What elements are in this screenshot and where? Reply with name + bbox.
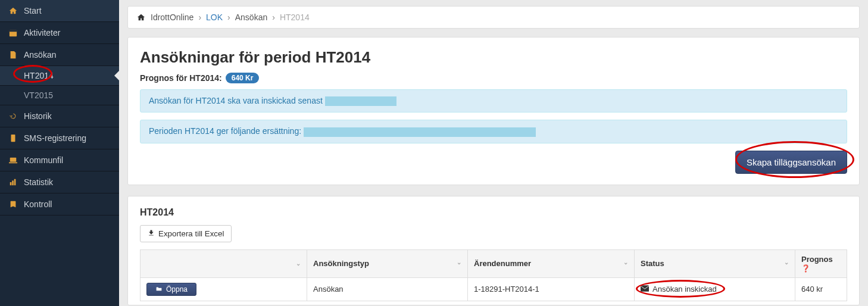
nav-historik[interactable]: Historik bbox=[0, 105, 119, 127]
cell-caseno: 1-18291-HT2014-1 bbox=[468, 277, 635, 301]
create-addon-button[interactable]: Skapa tilläggsansökan bbox=[735, 151, 847, 174]
svg-rect-1 bbox=[10, 30, 17, 32]
export-excel-button[interactable]: Exportera till Excel bbox=[140, 225, 232, 242]
file-icon bbox=[8, 50, 18, 60]
col-actions[interactable]: ⌄ bbox=[140, 249, 307, 277]
nav-label: Kontroll bbox=[24, 199, 52, 209]
nav-label: Aktiviteter bbox=[24, 28, 60, 38]
main-content: IdrottOnline › LOK › Ansökan › HT2014 An… bbox=[119, 0, 868, 306]
cell-prognos: 640 kr bbox=[795, 277, 847, 301]
alert-text: Perioden HT2014 ger följande ersättning: bbox=[149, 126, 301, 136]
crumb-lok[interactable]: LOK bbox=[206, 13, 223, 22]
sort-icon: ⌄ bbox=[296, 260, 301, 267]
crumb-current: HT2014 bbox=[280, 13, 310, 22]
history-icon bbox=[8, 111, 18, 121]
page-title: Ansökningar för period HT2014 bbox=[140, 48, 847, 67]
sub-label: VT2015 bbox=[24, 90, 53, 100]
nav-label: SMS-registrering bbox=[24, 133, 86, 143]
crumb-ansokan[interactable]: Ansökan bbox=[235, 13, 267, 22]
sort-icon: ⌄ bbox=[784, 259, 789, 266]
calendar-icon bbox=[8, 28, 18, 38]
alert-deadline: Ansökan för HT2014 ska vara inskickad se… bbox=[140, 89, 847, 113]
col-status[interactable]: Status⌄ bbox=[635, 249, 795, 277]
table-row: Öppna Ansökan 1-18291-HT2014-1 Ansökan i… bbox=[140, 277, 847, 301]
sub-label: HT2014 bbox=[24, 71, 54, 80]
nav-ansokan[interactable]: Ansökan bbox=[0, 44, 119, 66]
prognos-label: Prognos för HT2014: bbox=[140, 73, 222, 83]
nav-label: Statistik bbox=[24, 177, 53, 187]
svg-rect-2 bbox=[11, 135, 15, 142]
breadcrumb: IdrottOnline › LOK › Ansökan › HT2014 bbox=[127, 6, 860, 29]
chart-icon bbox=[8, 177, 18, 187]
export-icon bbox=[148, 229, 155, 238]
nav-kontroll[interactable]: Kontroll bbox=[0, 193, 119, 216]
book-icon bbox=[8, 199, 18, 209]
alert-compensation: Perioden HT2014 ger följande ersättning: bbox=[140, 120, 847, 143]
home-icon bbox=[136, 13, 146, 22]
prognos-line: Prognos för HT2014: 640 Kr bbox=[140, 73, 847, 83]
section-title: HT2014 bbox=[140, 207, 847, 218]
applications-table: ⌄ Ansökningstyp⌄ Ärendenummer⌄ Status⌄ P… bbox=[140, 249, 847, 301]
sort-icon: ⌄ bbox=[623, 259, 628, 266]
open-button[interactable]: Öppna bbox=[146, 283, 196, 296]
svg-rect-5 bbox=[10, 182, 12, 185]
nav-start[interactable]: Start bbox=[0, 0, 119, 22]
export-label: Exportera till Excel bbox=[158, 229, 224, 238]
col-prognos[interactable]: Prognos ❓ bbox=[795, 249, 847, 277]
alert-text: Ansökan för HT2014 ska vara inskickad se… bbox=[149, 96, 323, 105]
sort-icon: ⌄ bbox=[457, 259, 461, 266]
envelope-icon bbox=[641, 285, 649, 293]
crumb-home: IdrottOnline bbox=[151, 13, 193, 22]
svg-rect-7 bbox=[14, 179, 16, 186]
redacted-block bbox=[325, 96, 396, 106]
help-icon: ❓ bbox=[801, 264, 810, 273]
nav-kommunfil[interactable]: Kommunfil bbox=[0, 149, 119, 171]
panel-ansokningar: Ansökningar för period HT2014 Prognos fö… bbox=[127, 37, 860, 185]
phone-icon bbox=[8, 133, 18, 143]
folder-open-icon bbox=[155, 285, 163, 293]
svg-rect-9 bbox=[641, 285, 649, 292]
sub-ht2014[interactable]: HT2014 bbox=[0, 66, 119, 86]
nav-label: Kommunfil bbox=[24, 155, 63, 165]
col-caseno[interactable]: Ärendenummer⌄ bbox=[468, 249, 635, 277]
svg-rect-6 bbox=[12, 180, 14, 185]
nav-label: Ansökan bbox=[24, 50, 56, 60]
prognos-badge: 640 Kr bbox=[226, 73, 260, 83]
nav-aktiviteter[interactable]: Aktiviteter bbox=[0, 22, 119, 44]
sub-vt2015[interactable]: VT2015 bbox=[0, 86, 119, 105]
svg-rect-3 bbox=[10, 158, 17, 162]
home-icon bbox=[8, 6, 18, 15]
cell-status: Ansökan inskickad bbox=[641, 285, 717, 293]
nav-label: Start bbox=[24, 6, 42, 15]
nav-sms[interactable]: SMS-registrering bbox=[0, 127, 119, 149]
open-label: Öppna bbox=[166, 285, 188, 293]
panel-table: HT2014 Exportera till Excel ⌄ Ansöknings… bbox=[127, 196, 860, 305]
sidebar: Start Aktiviteter Ansökan HT2014 VT2015 … bbox=[0, 0, 119, 306]
redacted-block bbox=[304, 127, 536, 137]
svg-rect-8 bbox=[149, 235, 154, 235]
cell-type: Ansökan bbox=[307, 277, 468, 301]
nav-label: Historik bbox=[24, 111, 52, 121]
svg-rect-4 bbox=[9, 163, 17, 164]
laptop-icon bbox=[8, 155, 18, 165]
col-type[interactable]: Ansökningstyp⌄ bbox=[307, 249, 468, 277]
nav-statistik[interactable]: Statistik bbox=[0, 171, 119, 193]
status-text: Ansökan inskickad bbox=[652, 285, 717, 293]
